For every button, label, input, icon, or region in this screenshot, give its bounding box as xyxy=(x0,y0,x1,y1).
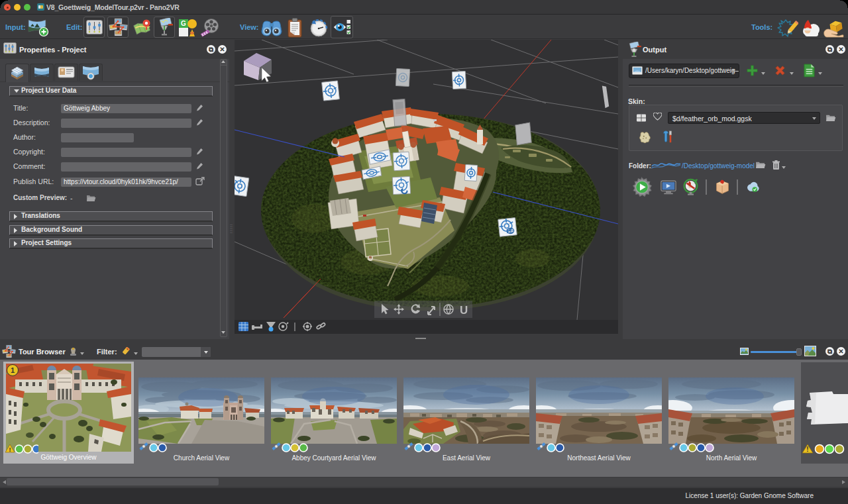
svg-text:1: 1 xyxy=(11,366,15,374)
svg-text:!: ! xyxy=(806,446,808,453)
svg-text:!: ! xyxy=(9,446,11,453)
svg-text:G: G xyxy=(181,20,186,27)
svg-text:U: U xyxy=(460,304,468,317)
